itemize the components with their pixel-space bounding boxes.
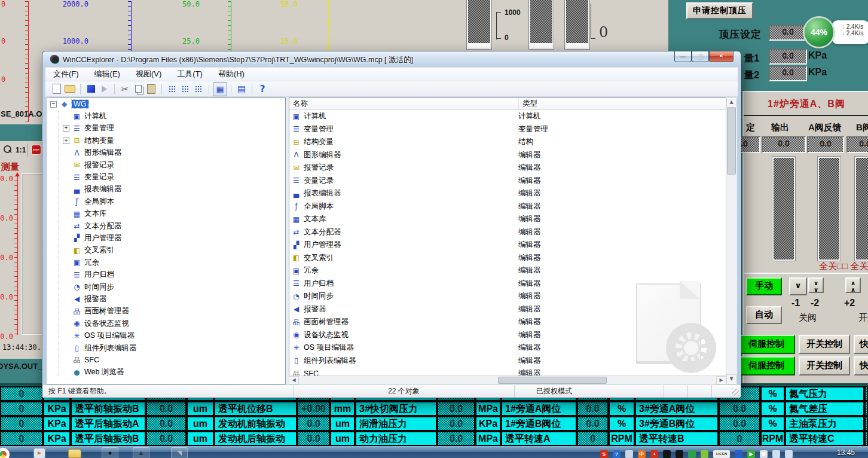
s-app-tray-icon[interactable]: S	[600, 450, 608, 458]
scatter-icon[interactable]	[179, 83, 192, 95]
tree-item-7[interactable]: ƒ全局脚本	[47, 196, 285, 207]
cut-icon[interactable]: ✂	[118, 83, 132, 95]
tree-item-18[interactable]: ✳OS 项目编辑器	[47, 329, 285, 341]
paste-icon[interactable]	[145, 83, 158, 95]
tree-item-19[interactable]: ▯组件列表编辑器	[47, 342, 285, 354]
list-row-2[interactable]: ⊟结构变量结构	[289, 136, 726, 149]
tree-item-3[interactable]: Λ图形编辑器	[47, 147, 285, 159]
tree-item-17[interactable]: ◉设备状态监视	[47, 317, 285, 329]
fast-open-button-1[interactable]: 快开	[854, 335, 868, 354]
wincc-app-button[interactable]: ●	[102, 447, 118, 458]
hscroll-thumb[interactable]	[498, 377, 607, 384]
restore-window-tray-icon[interactable]	[625, 450, 633, 458]
vscroll-thumb[interactable]	[727, 108, 736, 175]
tree-item-20[interactable]: 品SFC	[47, 354, 285, 366]
blue-tray-icon[interactable]	[735, 450, 742, 458]
servo-control-button-1[interactable]: 伺服控制	[738, 335, 795, 354]
fast-open-button-2[interactable]: 快开	[854, 356, 868, 375]
tree-item-9[interactable]: ⇄文本分配器	[47, 220, 285, 232]
menu-item-0[interactable]: 文件(F)	[45, 69, 87, 80]
tree-item-8[interactable]: ▦文本库	[47, 208, 285, 220]
new-icon[interactable]	[50, 83, 63, 95]
list-row-9[interactable]: ⇄文本分配器编辑器	[289, 226, 726, 239]
vertical-scrollbar[interactable]: ▲ ▼	[726, 97, 736, 384]
tree-item-6[interactable]: ▄报表编辑器	[47, 184, 285, 196]
nav-tray-icon[interactable]	[701, 450, 708, 458]
ime-tray-icon[interactable]: 键	[760, 450, 768, 458]
list-row-3[interactable]: Λ图形编辑器编辑器	[289, 149, 726, 162]
manual-button[interactable]: 手动	[746, 277, 782, 295]
tree-item-4[interactable]: ✉报警记录	[47, 159, 285, 171]
taskbar-clock[interactable]: 13:45	[837, 448, 855, 457]
play-icon[interactable]	[97, 83, 111, 95]
tree-item-13[interactable]: ☰用户归档	[47, 268, 285, 280]
step-down2-button[interactable]: ∨∨	[808, 277, 824, 293]
step-up2-button[interactable]: ∧∧	[845, 277, 861, 293]
list-header[interactable]: 名称 类型	[289, 98, 726, 110]
tree-item-16[interactable]: 品画面树管理器	[47, 306, 285, 317]
menu-item-2[interactable]: 视图(V)	[128, 69, 169, 80]
switch-control-button-2[interactable]: 开关控制	[799, 356, 850, 375]
zoom-ratio[interactable]: 1:1	[16, 146, 26, 154]
title-bar[interactable]: WinCCExplorer - D:\Program Files (x86)\S…	[42, 51, 741, 67]
column-header-type[interactable]: 类型	[519, 98, 726, 109]
scroll-up-icon[interactable]: ▲	[726, 97, 736, 108]
resize-grip[interactable]	[732, 389, 739, 396]
maximize-button[interactable]: ▢	[692, 51, 709, 62]
graphics-app-button[interactable]: ▲	[133, 447, 149, 458]
qq2-tray-icon[interactable]	[676, 450, 683, 458]
qq-tray-icon[interactable]	[663, 450, 671, 458]
open-icon[interactable]	[63, 83, 77, 95]
stop-icon[interactable]	[84, 83, 97, 95]
list-row-1[interactable]: ☰变量管理变量管理	[289, 123, 726, 136]
net-percent-badge[interactable]: 44%	[805, 18, 833, 47]
tree-item-10[interactable]: ▞用户管理器	[47, 232, 285, 244]
list-row-0[interactable]: ▣计算机计算机	[289, 110, 726, 123]
tree-item-2[interactable]: +⊟结构变量	[47, 135, 285, 146]
column-header-name[interactable]: 名称	[289, 98, 519, 109]
network-tray-icon[interactable]	[785, 450, 793, 458]
tree-item-14[interactable]: ◔时间同步	[47, 281, 285, 293]
help-icon[interactable]: ?	[256, 83, 269, 95]
volume-tray-icon[interactable]	[772, 450, 780, 458]
folder-icon[interactable]	[68, 449, 81, 458]
zhong-tray-icon[interactable]: 中	[638, 450, 646, 458]
license-tray-icon[interactable]: LICEN	[713, 450, 730, 458]
tree-item-15[interactable]: ◀报警器	[47, 293, 285, 305]
help-tray-icon[interactable]: ?	[613, 450, 621, 458]
scroll-down-icon[interactable]: ▼	[726, 374, 736, 384]
horizontal-scrollbar[interactable]: ◀ ▶	[289, 375, 726, 384]
list-row-12[interactable]: ▣冗余编辑器	[289, 264, 726, 277]
tree-item-5[interactable]: ☰变量记录	[47, 171, 285, 183]
collapse-icon[interactable]: −	[50, 101, 57, 108]
list-row-5[interactable]: ☰变量记录编辑器	[289, 175, 726, 188]
close-button[interactable]: ✕	[709, 51, 733, 62]
list-row-10[interactable]: ▞用户管理器编辑器	[289, 239, 726, 252]
tree-item-root[interactable]: −◆WG	[47, 98, 285, 110]
list-row-8[interactable]: ▦文本库编辑器	[289, 213, 726, 226]
stop-icon[interactable]: STOP	[31, 145, 41, 155]
servo-control-button-2[interactable]: 伺服控制	[738, 356, 795, 375]
grid-view-icon[interactable]: ▦	[213, 82, 227, 96]
scroll-right-icon[interactable]: ▶	[716, 376, 726, 384]
menu-item-3[interactable]: 工具(T)	[169, 69, 210, 80]
net-speed-widget[interactable]: ↑ 2.4K/s ↓ 2.4K/s	[832, 20, 868, 44]
tree-item-21[interactable]: ●Web 浏览器	[47, 367, 285, 378]
switch-control-button-1[interactable]: 开关控制	[799, 335, 850, 354]
menu-item-4[interactable]: 帮助(H)	[210, 69, 252, 80]
chrome-icon[interactable]	[0, 448, 10, 458]
list-row-11[interactable]: ◧交叉索引编辑器	[289, 252, 726, 265]
green-tray-icon[interactable]	[688, 450, 696, 458]
tree-item-0[interactable]: ▣计算机	[47, 110, 285, 122]
properties-icon[interactable]: ▤	[235, 83, 248, 95]
copy-icon[interactable]	[132, 83, 145, 95]
request-top-pressure-button[interactable]: 申请控制顶压	[686, 2, 753, 19]
expand-icon[interactable]: +	[63, 125, 69, 132]
media-player-icon[interactable]: ▶	[33, 448, 45, 458]
tree-item-1[interactable]: +☰变量管理	[47, 123, 285, 135]
auto-button[interactable]: 自动	[746, 306, 782, 324]
cascade-icon[interactable]	[166, 83, 179, 95]
step-down-button[interactable]: ∨	[789, 277, 807, 295]
minimize-button[interactable]: —	[674, 51, 692, 62]
tree-item-11[interactable]: ◧交叉索引	[47, 245, 285, 257]
